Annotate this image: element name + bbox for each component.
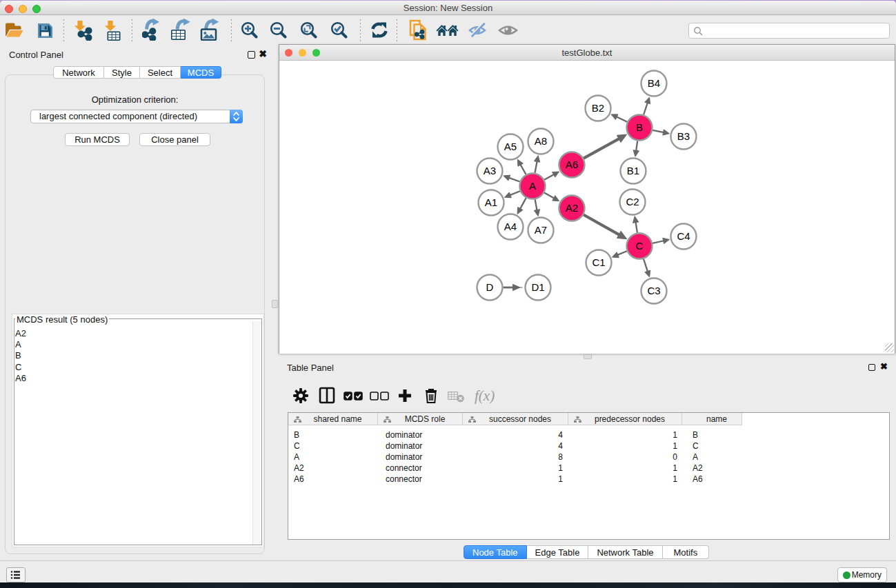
svg-text:C3: C3 [647, 285, 660, 296]
svg-text:B1: B1 [627, 165, 639, 176]
svg-text:A2: A2 [566, 202, 578, 214]
svg-text:A3: A3 [484, 165, 496, 176]
svg-text:A5: A5 [504, 141, 517, 152]
svg-text:B3: B3 [677, 130, 690, 142]
svg-text:B4: B4 [648, 77, 660, 89]
svg-text:C1: C1 [592, 256, 605, 268]
svg-text:A8: A8 [535, 135, 547, 147]
svg-text:A4: A4 [504, 221, 517, 232]
svg-text:D: D [486, 281, 494, 293]
svg-text:A7: A7 [535, 224, 547, 236]
svg-text:B: B [636, 121, 643, 133]
svg-text:B2: B2 [592, 102, 604, 114]
svg-text:C2: C2 [626, 196, 639, 207]
svg-text:f(x): f(x) [475, 387, 495, 404]
svg-text:C: C [636, 240, 644, 252]
svg-text:A1: A1 [485, 196, 497, 208]
svg-text:A: A [529, 180, 536, 192]
svg-text:A6: A6 [566, 159, 578, 170]
svg-text:D1: D1 [531, 281, 544, 293]
svg-text:C4: C4 [677, 230, 690, 242]
